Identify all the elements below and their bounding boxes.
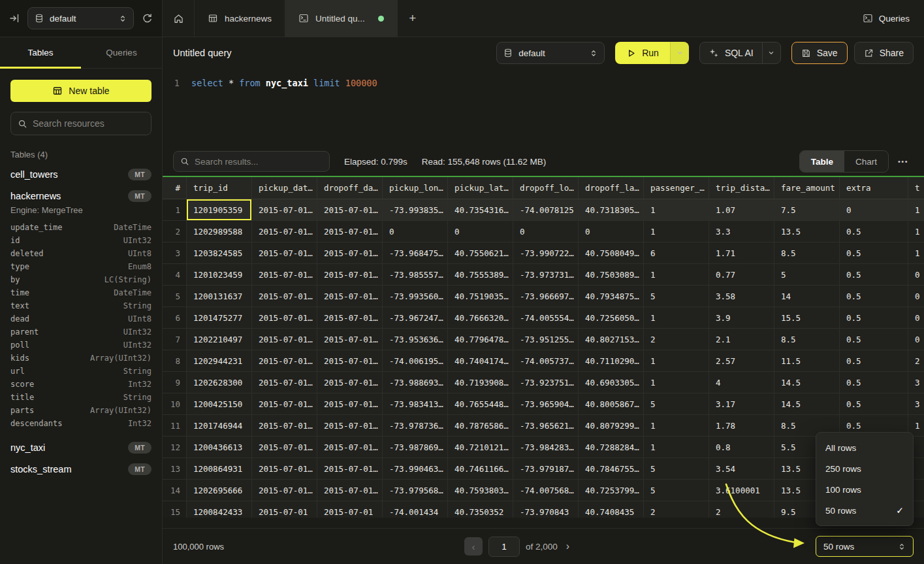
column-header[interactable]: extra bbox=[840, 177, 908, 199]
table-cell[interactable]: 2015-07-01… bbox=[317, 350, 383, 371]
table-cell[interactable]: 1.07 bbox=[709, 199, 774, 220]
table-cell[interactable]: 1203824585 bbox=[187, 242, 252, 263]
table-cell[interactable]: 40.7876586… bbox=[448, 415, 513, 436]
table-cell[interactable]: 1200436613 bbox=[187, 437, 252, 457]
table-row[interactable]: 312038245852015-07-01…2015-07-01…-73.968… bbox=[163, 242, 924, 264]
table-cell[interactable]: 0 bbox=[840, 199, 908, 220]
table-cell[interactable]: 2 bbox=[644, 501, 709, 518]
table-cell[interactable]: 13.5 bbox=[774, 221, 840, 242]
table-cell[interactable]: 2015-07-01… bbox=[252, 350, 317, 371]
table-cell[interactable]: 2015-07-01… bbox=[317, 242, 383, 263]
table-cell[interactable]: -73.979568… bbox=[383, 480, 448, 501]
row-number[interactable]: 13 bbox=[163, 458, 187, 479]
next-page-button[interactable]: › bbox=[564, 540, 572, 552]
new-tab-button[interactable]: + bbox=[398, 0, 428, 37]
table-cell[interactable]: 2015-07-01… bbox=[252, 437, 317, 457]
table-cell[interactable]: 14.5 bbox=[774, 372, 840, 393]
table-row[interactable]: 1412026956662015-07-01…2015-07-01…-73.97… bbox=[163, 480, 924, 501]
table-cell[interactable]: 5 bbox=[774, 264, 840, 285]
table-cell[interactable]: 0.5 bbox=[840, 242, 908, 263]
table-cell[interactable]: -73.987869… bbox=[383, 437, 448, 457]
table-cell[interactable]: -74.006195… bbox=[383, 350, 448, 371]
table-cell[interactable]: 5 bbox=[644, 393, 709, 414]
save-button[interactable]: Save bbox=[791, 42, 848, 64]
table-cell[interactable]: 2015-07-01… bbox=[252, 329, 317, 350]
table-cell[interactable]: -73.978736… bbox=[383, 415, 448, 436]
table-row[interactable]: 1012004251502015-07-01…2015-07-01…-73.98… bbox=[163, 393, 924, 415]
table-cell[interactable]: 1 bbox=[644, 350, 709, 371]
table-row[interactable]: 712022104972015-07-01…2015-07-01…-73.953… bbox=[163, 329, 924, 350]
table-row[interactable]: 912026283002015-07-01…2015-07-01…-73.988… bbox=[163, 372, 924, 393]
table-cell[interactable]: 0 bbox=[579, 221, 644, 242]
table-cell[interactable]: -74.005737… bbox=[513, 350, 579, 371]
table-cell[interactable]: 2015-07-01… bbox=[317, 286, 383, 307]
table-cell[interactable]: 40.7253799… bbox=[579, 480, 644, 501]
table-row[interactable]: 112019053592015-07-01…2015-07-01…-73.993… bbox=[163, 199, 924, 221]
table-cell[interactable]: 40.7256050… bbox=[579, 307, 644, 328]
editor-line[interactable]: 1 select * from nyc_taxi limit 100000 bbox=[163, 76, 924, 90]
table-cell[interactable]: 0 bbox=[908, 286, 923, 307]
table-cell[interactable]: 1 bbox=[908, 221, 923, 242]
column-header[interactable]: dropoff_la… bbox=[579, 177, 644, 199]
table-cell[interactable]: 2015-07-01… bbox=[252, 286, 317, 307]
table-cell[interactable]: -74.001434 bbox=[383, 501, 448, 518]
table-cell[interactable]: 40.7193908… bbox=[448, 372, 513, 393]
table-cell[interactable]: -73.968475… bbox=[383, 242, 448, 263]
sql-editor[interactable]: 1 select * from nyc_taxi limit 100000 bbox=[163, 69, 924, 147]
table-cell[interactable]: 2015-07-01… bbox=[317, 372, 383, 393]
toggle-chart[interactable]: Chart bbox=[844, 151, 888, 172]
table-cell[interactable]: -73.970843 bbox=[513, 501, 579, 518]
table-cell[interactable]: -74.005554… bbox=[513, 307, 579, 328]
share-button[interactable]: Share bbox=[854, 42, 914, 64]
row-number[interactable]: 2 bbox=[163, 221, 187, 242]
table-cell[interactable]: 3.3 bbox=[709, 221, 774, 242]
row-number[interactable]: 1 bbox=[163, 199, 187, 220]
table-cell[interactable]: -73.966697… bbox=[513, 286, 579, 307]
table-cell[interactable]: 40.7519035… bbox=[448, 286, 513, 307]
results-search-input[interactable] bbox=[195, 157, 323, 167]
table-cell[interactable]: 2015-07-01… bbox=[317, 307, 383, 328]
table-cell[interactable]: 5 bbox=[644, 480, 709, 501]
table-cell[interactable]: 2.57 bbox=[709, 350, 774, 371]
table-cell[interactable]: -73.985557… bbox=[383, 264, 448, 285]
table-cell[interactable]: 40.7461166… bbox=[448, 458, 513, 479]
table-cell[interactable]: 1200842433 bbox=[187, 501, 252, 518]
table-cell[interactable]: 5 bbox=[644, 286, 709, 307]
menu-item[interactable]: 250 rows bbox=[816, 458, 913, 479]
table-cell[interactable]: 2015-07-01 bbox=[252, 501, 317, 518]
table-cell[interactable]: 2 bbox=[644, 329, 709, 350]
table-cell[interactable]: 0.77 bbox=[709, 264, 774, 285]
row-number[interactable]: 14 bbox=[163, 480, 187, 501]
table-cell[interactable]: 0 bbox=[908, 264, 923, 285]
column-header[interactable]: pickup_lon… bbox=[383, 177, 448, 199]
table-row[interactable]: 1312008649312015-07-01…2015-07-01…-73.99… bbox=[163, 458, 924, 480]
table-cell[interactable]: -73.979187… bbox=[513, 458, 579, 479]
table-cell[interactable]: 6 bbox=[644, 242, 709, 263]
table-cell[interactable]: 1201023459 bbox=[187, 264, 252, 285]
table-cell[interactable]: 0 bbox=[513, 221, 579, 242]
table-cell[interactable]: 2015-07-01… bbox=[252, 458, 317, 479]
table-cell[interactable]: 2015-07-01… bbox=[317, 329, 383, 350]
table-cell[interactable]: 40.7503089… bbox=[579, 264, 644, 285]
table-cell[interactable]: 0.5 bbox=[840, 286, 908, 307]
table-cell[interactable]: 2015-07-01… bbox=[317, 437, 383, 457]
tab-untitled-query[interactable]: Untitled qu... bbox=[285, 0, 398, 37]
table-cell[interactable]: 0.5 bbox=[840, 329, 908, 350]
table-cell[interactable]: 2 bbox=[908, 350, 923, 371]
column-header[interactable]: passenger_… bbox=[644, 177, 709, 199]
menu-item[interactable]: 50 rows✓ bbox=[816, 500, 913, 521]
table-cell[interactable]: 0.5 bbox=[840, 350, 908, 371]
sidebar-tab-tables[interactable]: Tables bbox=[0, 37, 81, 68]
table-cell[interactable]: 1 bbox=[644, 437, 709, 457]
table-cell[interactable]: 8.5 bbox=[774, 242, 840, 263]
column-header[interactable]: pickup_lat… bbox=[448, 177, 513, 199]
row-number[interactable]: 3 bbox=[163, 242, 187, 263]
column-header[interactable]: t bbox=[908, 177, 923, 199]
table-cell[interactable]: 40.7934875… bbox=[579, 286, 644, 307]
table-cell[interactable]: 40.7288284… bbox=[579, 437, 644, 457]
table-cell[interactable]: 14 bbox=[774, 286, 840, 307]
table-cell[interactable]: 0.5 bbox=[840, 393, 908, 414]
table-cell[interactable]: 2015-07-01… bbox=[317, 199, 383, 220]
table-cell[interactable]: 40.7408435 bbox=[579, 501, 644, 518]
table-cell[interactable]: 3.17 bbox=[709, 393, 774, 414]
